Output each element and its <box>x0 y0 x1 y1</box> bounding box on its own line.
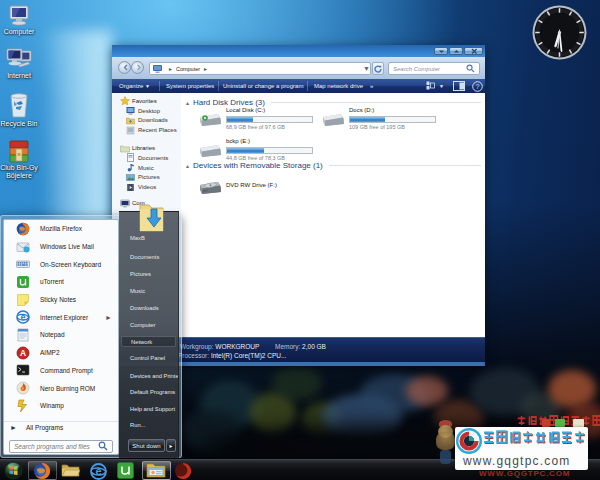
svg-text:A: A <box>20 348 26 358</box>
svg-text:e: e <box>95 465 101 477</box>
svg-text:e: e <box>20 312 25 322</box>
svg-text:?: ? <box>476 83 480 90</box>
